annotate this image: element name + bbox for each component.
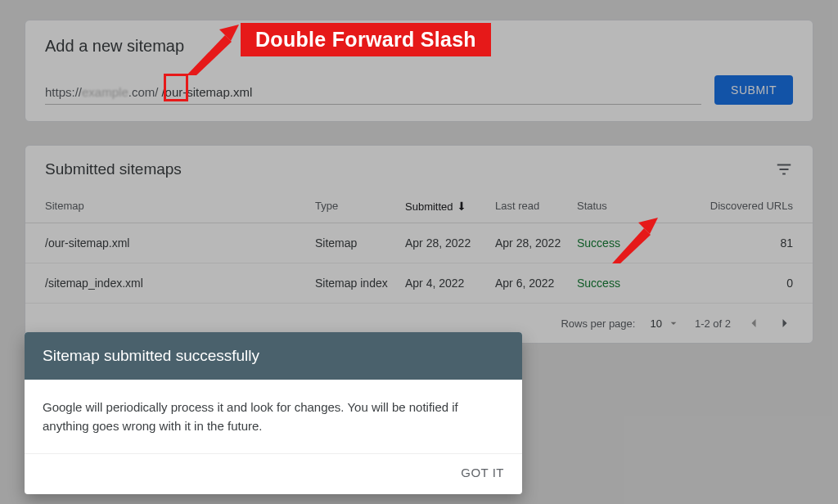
- annotation-arrow-icon: [187, 25, 239, 75]
- svg-marker-3: [612, 228, 651, 263]
- success-dialog: Sitemap submitted successfully Google wi…: [25, 332, 522, 495]
- got-it-button[interactable]: GOT IT: [461, 466, 504, 479]
- dialog-body: Google will periodically process it and …: [25, 380, 522, 455]
- annotation-arrow-icon: [612, 218, 658, 263]
- svg-marker-1: [187, 35, 232, 75]
- annotation-slash-box: [164, 74, 188, 101]
- dialog-title: Sitemap submitted successfully: [25, 332, 522, 380]
- annotation-slash-label: Double Forward Slash: [241, 23, 491, 56]
